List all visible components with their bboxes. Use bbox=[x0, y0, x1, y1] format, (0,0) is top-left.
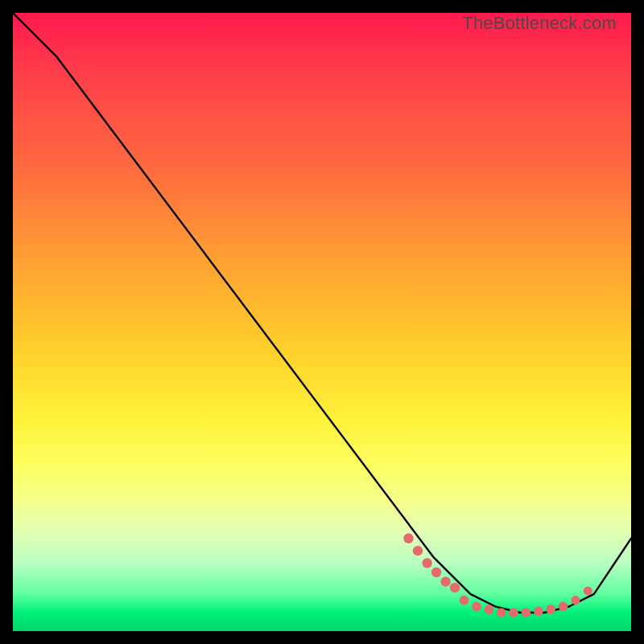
marker-dots bbox=[403, 534, 592, 617]
chart-frame: TheBottleneck.com bbox=[0, 0, 644, 644]
marker-dot bbox=[584, 587, 592, 596]
marker-dot bbox=[460, 596, 469, 605]
plot-area: TheBottleneck.com bbox=[13, 13, 631, 631]
marker-dot bbox=[431, 568, 441, 577]
bottleneck-curve bbox=[13, 13, 631, 613]
marker-dot bbox=[509, 608, 518, 617]
marker-dot bbox=[546, 605, 555, 614]
curve-svg bbox=[13, 13, 631, 631]
marker-dot bbox=[534, 607, 543, 617]
marker-dot bbox=[440, 576, 450, 586]
marker-dot bbox=[403, 534, 413, 543]
marker-dot bbox=[422, 558, 431, 568]
marker-dot bbox=[522, 608, 531, 617]
marker-dot bbox=[413, 546, 423, 555]
marker-dot bbox=[472, 602, 481, 612]
marker-dot bbox=[497, 608, 506, 617]
marker-dot bbox=[571, 596, 580, 605]
marker-dot bbox=[559, 602, 568, 612]
watermark-text: TheBottleneck.com bbox=[462, 13, 617, 34]
marker-dot bbox=[450, 583, 460, 592]
marker-dot bbox=[485, 605, 494, 614]
